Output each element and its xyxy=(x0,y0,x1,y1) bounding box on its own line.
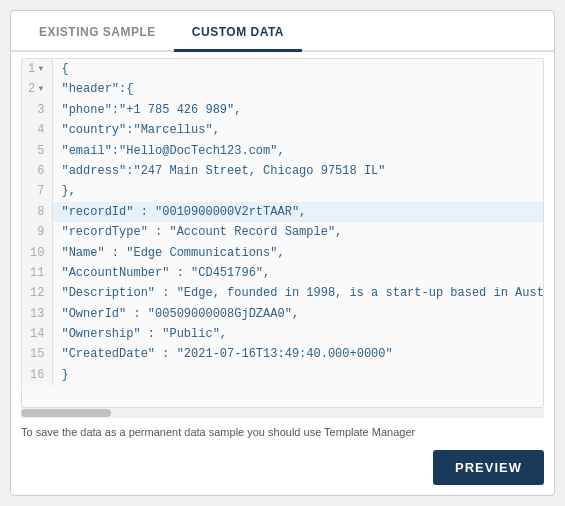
code-line: 13"OwnerId" : "00509000008GjDZAA0", xyxy=(22,304,543,324)
line-number: 7 xyxy=(22,181,53,201)
horizontal-scrollbar-track xyxy=(21,408,544,418)
line-content: "CreatedDate" : "2021-07-16T13:49:40.000… xyxy=(53,344,543,364)
line-number: 3 xyxy=(22,100,53,120)
line-content: "country":"Marcellus", xyxy=(53,120,543,140)
code-line: 3"phone":"+1 785 426 989", xyxy=(22,100,543,120)
tab-bar: EXISTING SAMPLE CUSTOM DATA xyxy=(11,11,554,52)
line-number: 16 xyxy=(22,365,53,385)
line-number: 4 xyxy=(22,120,53,140)
code-line: 16} xyxy=(22,365,543,385)
main-container: EXISTING SAMPLE CUSTOM DATA 1{2"header":… xyxy=(10,10,555,496)
line-content: "header":{ xyxy=(53,79,543,99)
code-line: 9"recordType" : "Account Record Sample", xyxy=(22,222,543,242)
code-line: 5"email":"Hello@DocTech123.com", xyxy=(22,141,543,161)
tab-existing-sample[interactable]: EXISTING SAMPLE xyxy=(21,11,174,52)
code-editor[interactable]: 1{2"header":{3"phone":"+1 785 426 989",4… xyxy=(21,58,544,408)
line-number: 5 xyxy=(22,141,53,161)
horizontal-scrollbar-thumb[interactable] xyxy=(21,409,111,417)
line-content: "Ownership" : "Public", xyxy=(53,324,543,344)
line-number: 1 xyxy=(22,59,53,79)
bottom-bar: PREVIEW xyxy=(11,444,554,495)
footer-text: To save the data as a permanent data sam… xyxy=(11,418,554,444)
code-line: 10"Name" : "Edge Communications", xyxy=(22,243,543,263)
tab-custom-data[interactable]: CUSTOM DATA xyxy=(174,11,302,52)
code-line: 2"header":{ xyxy=(22,79,543,99)
line-content: "AccountNumber" : "CD451796", xyxy=(53,263,543,283)
line-content: "recordId" : "0010900000V2rtTAAR", xyxy=(53,202,543,222)
code-line: 7}, xyxy=(22,181,543,201)
code-line: 1{ xyxy=(22,59,543,79)
line-number: 12 xyxy=(22,283,53,303)
line-number: 15 xyxy=(22,344,53,364)
line-content: "OwnerId" : "00509000008GjDZAA0", xyxy=(53,304,543,324)
line-content: "address":"247 Main Street, Chicago 9751… xyxy=(53,161,543,181)
code-line: 14"Ownership" : "Public", xyxy=(22,324,543,344)
code-line: 4"country":"Marcellus", xyxy=(22,120,543,140)
line-number: 2 xyxy=(22,79,53,99)
editor-area: 1{2"header":{3"phone":"+1 785 426 989",4… xyxy=(11,52,554,418)
line-number: 8 xyxy=(22,202,53,222)
line-content: "recordType" : "Account Record Sample", xyxy=(53,222,543,242)
line-content: } xyxy=(53,365,543,385)
line-content: "email":"Hello@DocTech123.com", xyxy=(53,141,543,161)
code-line: 6"address":"247 Main Street, Chicago 975… xyxy=(22,161,543,181)
line-content: "Description" : "Edge, founded in 1998, … xyxy=(53,283,543,303)
code-scroll[interactable]: 1{2"header":{3"phone":"+1 785 426 989",4… xyxy=(22,59,543,407)
line-content: "Name" : "Edge Communications", xyxy=(53,243,543,263)
line-number: 11 xyxy=(22,263,53,283)
code-line: 15"CreatedDate" : "2021-07-16T13:49:40.0… xyxy=(22,344,543,364)
code-line: 12"Description" : "Edge, founded in 1998… xyxy=(22,283,543,303)
line-content: { xyxy=(53,59,543,79)
line-number: 13 xyxy=(22,304,53,324)
preview-button[interactable]: PREVIEW xyxy=(433,450,544,485)
line-content: "phone":"+1 785 426 989", xyxy=(53,100,543,120)
code-line: 11"AccountNumber" : "CD451796", xyxy=(22,263,543,283)
line-number: 10 xyxy=(22,243,53,263)
line-number: 9 xyxy=(22,222,53,242)
line-number: 6 xyxy=(22,161,53,181)
code-block: 1{2"header":{3"phone":"+1 785 426 989",4… xyxy=(22,59,543,385)
line-number: 14 xyxy=(22,324,53,344)
line-content: }, xyxy=(53,181,543,201)
code-line: 8"recordId" : "0010900000V2rtTAAR", xyxy=(22,202,543,222)
